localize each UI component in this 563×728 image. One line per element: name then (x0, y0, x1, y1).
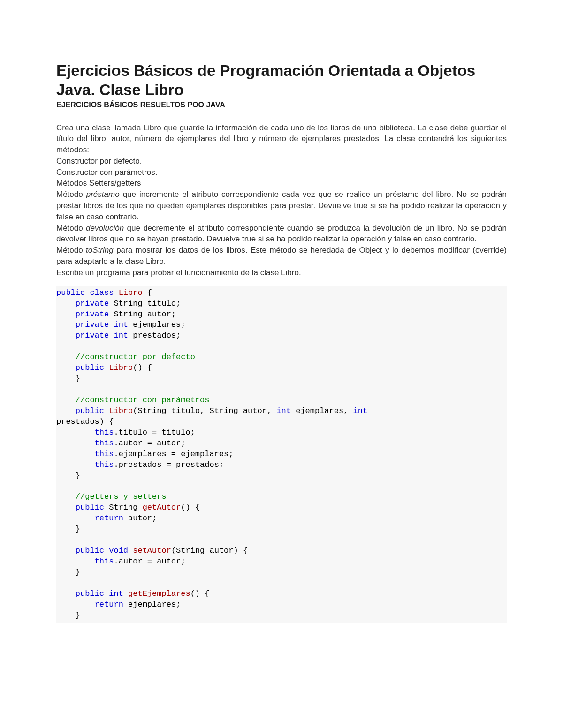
intro-text: Crea una clase llamada Libro que guarde … (56, 122, 507, 278)
identifier: autor (147, 310, 171, 319)
keyword: public (76, 406, 104, 415)
statement: .autor = autor; (114, 557, 185, 566)
statement: .prestados = prestados; (114, 460, 224, 469)
type: String (210, 406, 238, 415)
intro-method-tostring: Método toString para mostrar los datos d… (56, 245, 507, 267)
keyword: private (76, 320, 109, 329)
type: String (114, 310, 142, 319)
comment: //getters y setters (76, 492, 167, 501)
type: String (109, 503, 137, 512)
keyword: void (109, 546, 128, 555)
keyword: public (76, 363, 104, 372)
method-name: setAutor (133, 546, 171, 555)
identifier: titulo (171, 406, 200, 415)
keyword: public (76, 546, 104, 555)
keyword: int (276, 406, 291, 415)
keyword: class (90, 288, 114, 297)
method-name: getAutor (143, 503, 181, 512)
keyword: this (95, 439, 114, 448)
keyword: int (109, 589, 123, 598)
class-name: Libro (119, 288, 143, 297)
type: String (176, 546, 205, 555)
emphasis: toString (83, 246, 116, 255)
emphasis: devolución (83, 224, 127, 233)
keyword: public (56, 288, 85, 297)
comment: //constructor por defecto (76, 353, 195, 361)
intro-line: Constructor con parámetros. (56, 167, 507, 178)
method-name: getEjemplares (128, 589, 190, 598)
keyword: int (114, 320, 128, 329)
keyword: public (76, 589, 104, 598)
statement: .titulo = titulo; (114, 428, 195, 437)
keyword: public (76, 503, 104, 512)
identifier: ejemplares (133, 320, 181, 329)
statement: .autor = autor; (114, 439, 185, 448)
intro-method-prestamo: Método préstamo que incremente el atribu… (56, 189, 507, 222)
code-block: public class Libro { private String titu… (56, 286, 507, 623)
keyword: int (353, 406, 368, 415)
keyword: private (76, 299, 109, 308)
identifier: autor (243, 406, 267, 415)
type: String (114, 299, 142, 308)
text: Método (56, 246, 83, 255)
identifier: ejemplares (128, 600, 176, 609)
keyword: int (114, 331, 128, 340)
intro-line: Constructor por defecto. (56, 156, 507, 167)
intro-method-devolucion: Método devolución que decremente el atri… (56, 223, 507, 245)
keyword: this (95, 450, 114, 458)
intro-final: Escribe un programa para probar el funci… (56, 267, 507, 278)
page-subtitle: EJERCICIOS BÁSICOS RESUELTOS POO JAVA (56, 101, 507, 109)
text: para mostrar los datos de los libros. Es… (56, 246, 507, 266)
keyword: this (95, 428, 114, 437)
identifier: prestados (56, 417, 99, 426)
keyword: this (95, 460, 114, 469)
text: Método (56, 190, 83, 199)
type: String (137, 406, 166, 415)
keyword: return (95, 600, 123, 609)
class-name: Libro (109, 363, 133, 372)
keyword: private (76, 310, 109, 319)
identifier: autor (210, 546, 234, 555)
keyword: return (95, 514, 123, 523)
page-title: Ejercicios Básicos de Programación Orien… (56, 61, 507, 100)
identifier: ejemplares (296, 406, 343, 415)
intro-paragraph: Crea una clase llamada Libro que guarde … (56, 122, 507, 156)
statement: .ejemplares = ejemplares; (114, 450, 233, 458)
intro-line: Métodos Setters/getters (56, 178, 507, 189)
identifier: prestados (133, 331, 176, 340)
text: que incremente el atributo correspondien… (56, 190, 507, 221)
comment: //constructor con parámetros (76, 396, 210, 405)
text: Método (56, 224, 83, 233)
keyword: private (76, 331, 109, 340)
identifier: autor (128, 514, 152, 523)
emphasis: préstamo (83, 190, 123, 199)
class-name: Libro (109, 406, 133, 415)
keyword: this (95, 557, 114, 566)
identifier: titulo (147, 299, 176, 308)
